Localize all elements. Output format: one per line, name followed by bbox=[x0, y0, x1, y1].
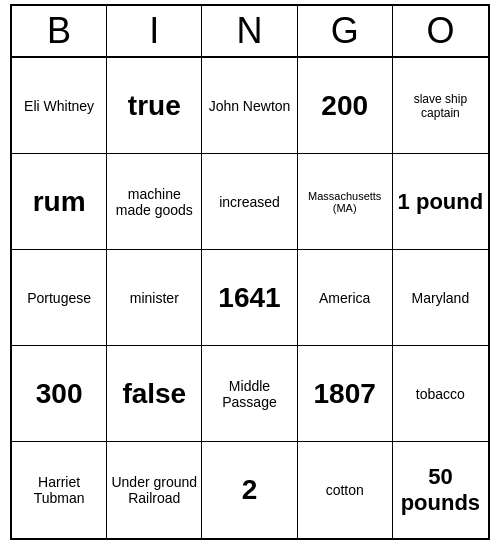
bingo-cell: rum bbox=[12, 154, 107, 250]
bingo-cell: 200 bbox=[298, 58, 393, 154]
bingo-cell: Middle Passage bbox=[202, 346, 297, 442]
bingo-cell: 300 bbox=[12, 346, 107, 442]
bingo-cell: Massachusetts (MA) bbox=[298, 154, 393, 250]
bingo-grid: Eli WhitneytrueJohn Newton200slave ship … bbox=[12, 58, 488, 538]
bingo-cell: machine made goods bbox=[107, 154, 202, 250]
header-letter: O bbox=[393, 6, 488, 56]
bingo-cell: Harriet Tubman bbox=[12, 442, 107, 538]
bingo-cell: true bbox=[107, 58, 202, 154]
bingo-cell: John Newton bbox=[202, 58, 297, 154]
bingo-cell: Eli Whitney bbox=[12, 58, 107, 154]
bingo-card: BINGO Eli WhitneytrueJohn Newton200slave… bbox=[10, 4, 490, 540]
bingo-cell: false bbox=[107, 346, 202, 442]
bingo-cell: Portugese bbox=[12, 250, 107, 346]
bingo-cell: Maryland bbox=[393, 250, 488, 346]
header-letter: B bbox=[12, 6, 107, 56]
bingo-cell: 1641 bbox=[202, 250, 297, 346]
bingo-cell: 2 bbox=[202, 442, 297, 538]
bingo-cell: increased bbox=[202, 154, 297, 250]
bingo-header: BINGO bbox=[12, 6, 488, 58]
bingo-cell: cotton bbox=[298, 442, 393, 538]
bingo-cell: America bbox=[298, 250, 393, 346]
bingo-cell: tobacco bbox=[393, 346, 488, 442]
header-letter: N bbox=[202, 6, 297, 56]
header-letter: G bbox=[298, 6, 393, 56]
bingo-cell: 1 pound bbox=[393, 154, 488, 250]
bingo-cell: 1807 bbox=[298, 346, 393, 442]
header-letter: I bbox=[107, 6, 202, 56]
bingo-cell: Under ground Railroad bbox=[107, 442, 202, 538]
bingo-cell: slave ship captain bbox=[393, 58, 488, 154]
bingo-cell: minister bbox=[107, 250, 202, 346]
bingo-cell: 50 pounds bbox=[393, 442, 488, 538]
